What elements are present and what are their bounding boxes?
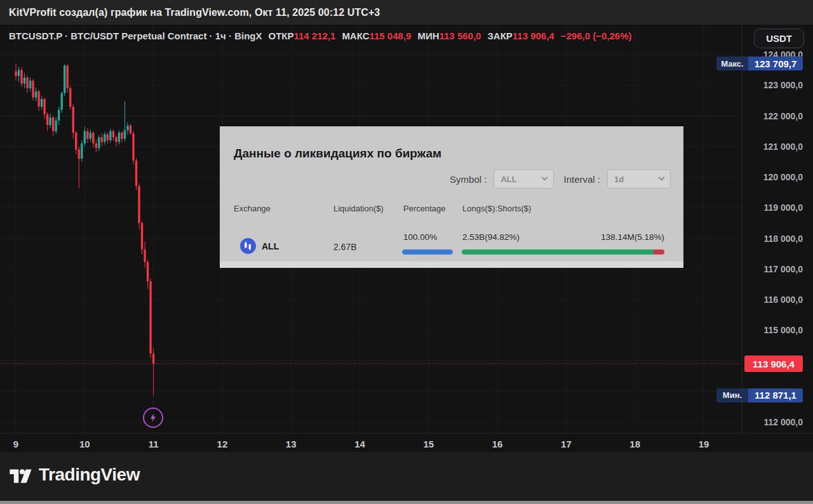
price-tick-label: 116 000,0 xyxy=(763,295,803,305)
session-high-badge: Макс.123 709,7 xyxy=(716,56,803,70)
candle xyxy=(58,110,60,121)
currency-toggle-button[interactable]: USDT xyxy=(754,29,804,48)
interval-select[interactable]: 1d xyxy=(607,169,671,189)
candle xyxy=(138,186,140,223)
col-exchange: Exchange xyxy=(234,204,271,213)
longs-bar-segment xyxy=(462,249,654,255)
symbol-select-label: Symbol : xyxy=(450,174,487,185)
candle xyxy=(32,81,34,98)
candle xyxy=(121,133,123,139)
shorts-value: 138.14M(5.18%) xyxy=(462,232,664,242)
candle xyxy=(75,133,77,150)
time-tick-label: 11 xyxy=(149,439,159,449)
ohlc-low-label: МИН xyxy=(417,30,439,41)
chevron-down-icon xyxy=(659,174,665,180)
candle xyxy=(126,126,128,130)
candle xyxy=(104,134,105,142)
col-longs-shorts: Longs($):Shorts($) xyxy=(462,204,531,213)
ohlc-open-value: 114 212,1 xyxy=(293,30,335,41)
candle xyxy=(86,131,88,139)
panel-controls: Symbol : ALL Interval : 1d xyxy=(450,169,671,189)
price-tick-label: 123 000,0 xyxy=(763,80,803,90)
liquidation-value: 2.67B xyxy=(333,242,357,252)
candle xyxy=(152,354,154,364)
chart-section: BTCUSDT.P · BTC/USDT Perpetual Contract … xyxy=(0,25,813,452)
candle xyxy=(61,93,63,110)
session-low-value: 112 871,1 xyxy=(748,388,803,402)
tradingview-logo-text: TradingView xyxy=(39,465,140,485)
candle xyxy=(37,91,39,107)
candle xyxy=(18,70,20,76)
lightning-marker[interactable] xyxy=(143,408,163,428)
candle xyxy=(90,133,91,139)
time-tick-label: 9 xyxy=(13,439,18,449)
price-tick-label: 115 000,0 xyxy=(763,325,803,335)
chevron-down-icon xyxy=(542,174,548,180)
candle xyxy=(78,150,80,159)
candle xyxy=(69,88,71,107)
candle xyxy=(115,137,117,142)
candle xyxy=(98,137,100,148)
candle xyxy=(149,281,151,354)
candle xyxy=(55,121,57,131)
col-liquidation: Liquidation($) xyxy=(333,204,384,213)
time-tick-label: 12 xyxy=(217,439,228,449)
session-low-label: Мин. xyxy=(716,388,748,402)
price-change: −296,0 (−0,26%) xyxy=(561,30,632,41)
ohlc-high-value: 115 048,9 xyxy=(370,30,412,41)
candle xyxy=(43,99,45,114)
ohlc-high: МАКС115 048,9 xyxy=(342,30,411,41)
candle xyxy=(92,133,94,143)
time-tick-label: 17 xyxy=(561,439,572,449)
shorts-bar-segment xyxy=(654,249,664,255)
ohlc-close-value: 113 906,4 xyxy=(513,30,554,41)
symbol-header: BTCUSDT.P · BTC/USDT Perpetual Contract … xyxy=(9,30,631,41)
time-tick-label: 10 xyxy=(79,439,90,449)
time-tick-label: 16 xyxy=(492,439,503,449)
session-high-value: 123 709,7 xyxy=(748,56,803,70)
lightning-icon xyxy=(147,412,159,423)
candle xyxy=(67,65,69,88)
attribution-bar: KitVProfit создал(а) график на TradingVi… xyxy=(0,0,813,25)
price-tick-label: 120 000,0 xyxy=(763,172,803,182)
ohlc-close-label: ЗАКР xyxy=(487,30,512,41)
candle xyxy=(72,107,74,133)
price-tick-label: 121 000,0 xyxy=(763,142,803,152)
percentage-bar xyxy=(402,249,453,255)
candle xyxy=(64,65,65,93)
candle xyxy=(130,126,131,133)
time-tick-label: 14 xyxy=(354,439,365,449)
panel-title: Данные о ликвидациях по биржам xyxy=(234,147,441,161)
tradingview-logo[interactable]: TradingView xyxy=(9,465,140,485)
price-tick-label: 119 000,0 xyxy=(763,202,803,213)
candle xyxy=(24,77,25,84)
time-tick-label: 19 xyxy=(699,439,709,449)
candle xyxy=(135,161,137,186)
ohlc-open: ОТКР114 212,1 xyxy=(268,30,335,41)
candle xyxy=(107,134,109,140)
candle xyxy=(52,117,54,131)
candle xyxy=(29,81,31,88)
ohlc-low-value: 113 560,0 xyxy=(440,30,481,41)
tradingview-logo-icon xyxy=(9,465,32,484)
session-high-label: Макс. xyxy=(716,56,748,70)
ohlc-close: ЗАКР113 906,4 xyxy=(487,30,554,41)
percentage-bar-fill xyxy=(402,249,453,255)
candle xyxy=(15,72,17,76)
candle xyxy=(141,223,143,249)
symbol-title: BTCUSDT.P · BTC/USDT Perpetual Contract … xyxy=(9,30,262,41)
time-axis[interactable]: 910111213141516171819 xyxy=(0,433,813,452)
col-percentage: Percentage xyxy=(403,204,446,213)
candle xyxy=(26,77,28,88)
candle xyxy=(46,114,48,125)
time-tick-label: 15 xyxy=(423,439,434,449)
candle xyxy=(132,133,134,161)
ohlc-open-label: ОТКР xyxy=(268,30,293,41)
candle xyxy=(101,137,103,142)
price-tick-label: 118 000,0 xyxy=(763,234,803,244)
tradingview-snapshot: KitVProfit создал(а) график на TradingVi… xyxy=(0,0,813,504)
symbol-select[interactable]: ALL xyxy=(494,169,554,189)
candle xyxy=(147,262,149,281)
panel-footer-strip xyxy=(220,262,683,268)
candle xyxy=(112,131,114,138)
